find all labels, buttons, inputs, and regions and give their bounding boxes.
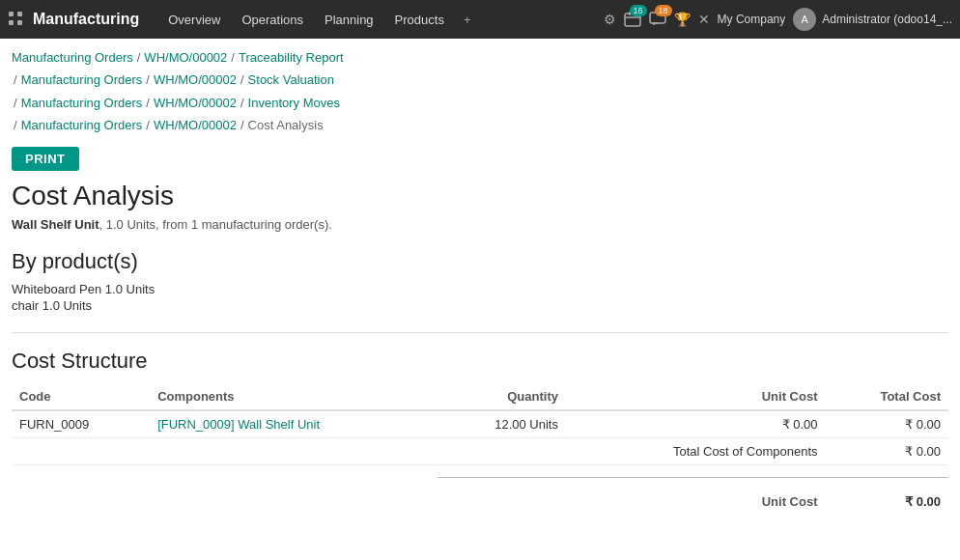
app-brand: Manufacturing	[33, 11, 139, 28]
bc-mo-00002-2[interactable]: WH/MO/00002	[154, 69, 237, 91]
by-products-title: By product(s)	[12, 249, 948, 274]
close-icon[interactable]: ✕	[698, 12, 710, 27]
subtitle-product: Wall Shelf Unit	[12, 217, 99, 232]
cost-table: Code Components Quantity Unit Cost Total…	[12, 383, 948, 516]
print-area: PRINT	[0, 137, 960, 181]
col-code: Code	[12, 383, 150, 410]
page-title: Cost Analysis	[12, 181, 948, 211]
bc-traceability[interactable]: Traceability Report	[239, 46, 344, 69]
company-label: My Company	[718, 13, 786, 26]
breadcrumb-area: Manufacturing Orders / WH/MO/00002 / Tra…	[0, 39, 960, 137]
settings-icon[interactable]: ⚙	[604, 12, 616, 27]
nav-add-menu[interactable]: +	[456, 9, 479, 31]
total-components-value: ₹ 0.00	[826, 437, 949, 464]
svg-rect-2	[9, 20, 14, 25]
bc-manufacturing-orders-4[interactable]: Manufacturing Orders	[21, 114, 143, 136]
product-list: Whiteboard Pen 1.0 Units chair 1.0 Units	[12, 282, 948, 313]
chat-badge-icon[interactable]: 18	[649, 11, 666, 28]
cost-structure-title: Cost Structure	[12, 349, 948, 374]
svg-rect-1	[17, 12, 22, 16]
bc-manufacturing-orders-2[interactable]: Manufacturing Orders	[21, 69, 143, 91]
unit-cost-value: ₹ 0.00	[826, 489, 949, 515]
calendar-badge-icon[interactable]: 16	[624, 11, 641, 28]
user-menu[interactable]: A Administrator (odoo14_...	[793, 8, 952, 31]
table-row: FURN_0009 [FURN_0009] Wall Shelf Unit 12…	[12, 410, 948, 438]
bc-mo-00002-3[interactable]: WH/MO/00002	[154, 92, 237, 114]
grid-icon[interactable]	[8, 11, 23, 29]
total-components-label: Total Cost of Components	[566, 437, 826, 464]
bc-inventory-moves[interactable]: Inventory Moves	[248, 92, 340, 114]
subtitle-rest: , 1.0 Units, from 1 manufacturing order(…	[99, 217, 332, 232]
unit-cost-label: Unit Cost	[566, 489, 826, 515]
subtitle: Wall Shelf Unit, 1.0 Units, from 1 manuf…	[12, 217, 948, 232]
col-quantity: Quantity	[438, 383, 566, 410]
row-unit-cost: ₹ 0.00	[566, 410, 826, 438]
chat-badge-count: 18	[655, 5, 672, 16]
user-name: Administrator (odoo14_...	[822, 13, 952, 26]
bc-mo-00002-1[interactable]: WH/MO/00002	[144, 46, 227, 69]
row-quantity: 12.00 Units	[438, 410, 566, 438]
col-total-cost: Total Cost	[826, 383, 949, 410]
calendar-badge-count: 16	[630, 5, 647, 16]
product-item-1: chair 1.0 Units	[12, 298, 948, 313]
top-nav: Manufacturing Overview Operations Planni…	[0, 0, 960, 39]
nav-overview[interactable]: Overview	[158, 9, 230, 31]
print-button[interactable]: PRINT	[12, 147, 79, 171]
svg-rect-0	[9, 12, 14, 16]
nav-right: ⚙ 16 18 🏆 ✕ My Company A Administrator (…	[604, 8, 952, 31]
breadcrumb-line-4: / Manufacturing Orders / WH/MO/00002 / C…	[12, 114, 948, 136]
svg-rect-3	[17, 20, 22, 25]
user-avatar: A	[793, 8, 816, 31]
bc-manufacturing-orders-3[interactable]: Manufacturing Orders	[21, 92, 143, 114]
nav-links: Overview Operations Planning Products +	[158, 9, 599, 31]
product-item-0: Whiteboard Pen 1.0 Units	[12, 282, 948, 296]
col-unit-cost: Unit Cost	[566, 383, 826, 410]
unit-cost-row: Unit Cost ₹ 0.00	[12, 489, 948, 515]
separator-row	[12, 477, 948, 489]
row-code: FURN_0009	[12, 410, 150, 438]
nav-planning[interactable]: Planning	[315, 9, 383, 31]
bc-current-cost-analysis: Cost Analysis	[248, 114, 324, 136]
bc-mo-00002-4[interactable]: WH/MO/00002	[154, 114, 237, 136]
main-content: Cost Analysis Wall Shelf Unit, 1.0 Units…	[0, 181, 960, 535]
spacer-row	[12, 464, 948, 477]
breadcrumb-line-2: / Manufacturing Orders / WH/MO/00002 / S…	[12, 69, 948, 91]
bc-stock-valuation[interactable]: Stock Valuation	[248, 69, 334, 91]
trophy-icon[interactable]: 🏆	[674, 12, 691, 27]
breadcrumb-line-1: Manufacturing Orders / WH/MO/00002 / Tra…	[12, 46, 948, 69]
divider	[12, 332, 948, 333]
col-components: Components	[150, 383, 438, 410]
breadcrumb-line-3: / Manufacturing Orders / WH/MO/00002 / I…	[12, 92, 948, 114]
bc-manufacturing-orders-1[interactable]: Manufacturing Orders	[12, 46, 133, 69]
total-components-row: Total Cost of Components ₹ 0.00	[12, 437, 948, 464]
nav-products[interactable]: Products	[385, 9, 454, 31]
nav-operations[interactable]: Operations	[232, 9, 313, 31]
component-link[interactable]: [FURN_0009] Wall Shelf Unit	[157, 417, 320, 432]
row-total-cost: ₹ 0.00	[826, 410, 949, 438]
row-component: [FURN_0009] Wall Shelf Unit	[150, 410, 438, 438]
